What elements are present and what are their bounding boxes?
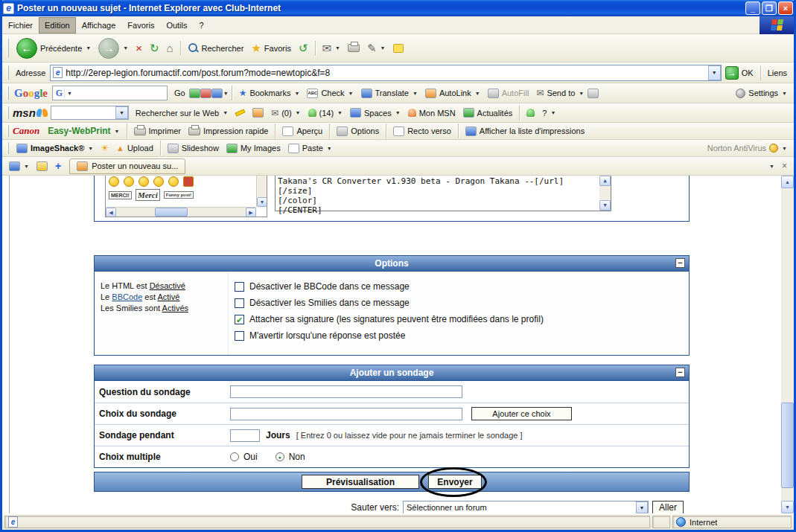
- smiley-merci-badge[interactable]: MERCI!: [109, 191, 132, 199]
- scroll-down-icon[interactable]: ▼: [599, 200, 611, 211]
- maximize-button[interactable]: ❐: [762, 1, 777, 15]
- toolbar-grip[interactable]: [7, 39, 9, 58]
- home-button[interactable]: ⌂: [162, 41, 176, 55]
- smiley-icon[interactable]: [183, 176, 194, 187]
- tab-list-dropdown[interactable]: ▼: [765, 162, 778, 170]
- window-list-button[interactable]: ▼: [5, 160, 33, 173]
- google-check-button[interactable]: ABC Check ▼: [303, 87, 357, 100]
- google-go-button[interactable]: Go: [171, 87, 189, 99]
- poll-duration-input[interactable]: [230, 429, 260, 442]
- menu-affichage[interactable]: Affichage: [76, 17, 122, 33]
- refresh-button[interactable]: ↻: [146, 41, 163, 55]
- minimize-button[interactable]: _: [745, 1, 760, 15]
- canon-quickprint-button[interactable]: Impression rapide: [185, 125, 272, 137]
- canon-print-button[interactable]: Imprimer: [130, 125, 185, 137]
- menu-fichier[interactable]: Fichier: [2, 17, 39, 33]
- norton-antivirus-button[interactable]: Norton AntiVirus ▼: [704, 142, 791, 154]
- smilies-horizontal-scrollbar[interactable]: ◀ ▶: [106, 207, 256, 217]
- msn-mail-button[interactable]: ✉ (0) ▼: [267, 107, 304, 119]
- msn-messenger-button[interactable]: (14) ▼: [305, 107, 347, 119]
- paperclip-icon[interactable]: [588, 89, 599, 98]
- menu-favoris[interactable]: Favoris: [121, 17, 160, 33]
- textarea-scrollbar[interactable]: ▲ ▼: [599, 176, 611, 211]
- google-sendto-button[interactable]: ✉ Send to ▼: [532, 87, 588, 99]
- disable-bbcode-option[interactable]: Désactiver le BBCode dans ce message: [235, 278, 683, 295]
- msn-formfill-button[interactable]: [249, 106, 267, 119]
- history-button[interactable]: ↺: [295, 41, 312, 55]
- open-folder-button[interactable]: [33, 160, 51, 173]
- msn-spaces-button[interactable]: Spaces ▼: [346, 106, 404, 119]
- msn-highlight-button[interactable]: [232, 109, 249, 116]
- forum-select[interactable]: Sélectionner un forum ▼: [403, 501, 649, 513]
- poll-question-input[interactable]: [230, 385, 462, 398]
- imageshack-myimages-button[interactable]: My Images: [223, 142, 284, 155]
- scroll-up-icon[interactable]: ▲: [599, 176, 611, 186]
- google-translate-button[interactable]: Translate ▼: [357, 87, 421, 100]
- canon-preview-button[interactable]: Aperçu: [278, 125, 326, 138]
- poll-choice-input[interactable]: [230, 408, 462, 420]
- new-tab-button[interactable]: +: [51, 158, 65, 173]
- msn-search-input[interactable]: ▼: [51, 106, 129, 120]
- scroll-up-icon[interactable]: ▲: [781, 176, 794, 188]
- msn-monmsn-button[interactable]: Mon MSN: [404, 107, 459, 119]
- mail-button[interactable]: ✉ ▼: [319, 41, 345, 55]
- scrollbar-thumb[interactable]: [781, 403, 794, 488]
- checkbox-checked[interactable]: ✔: [235, 315, 244, 324]
- google-pagerank-icon[interactable]: [211, 89, 223, 98]
- address-url[interactable]: http://2erep-legion.forumactif.com/post.…: [66, 68, 330, 78]
- tab-active[interactable]: Poster un nouveau su...: [69, 158, 185, 174]
- google-search-input[interactable]: G ▼: [52, 86, 168, 100]
- close-button[interactable]: ×: [778, 1, 793, 15]
- stop-button[interactable]: ×: [132, 41, 146, 55]
- google-search-site-icon[interactable]: [189, 89, 200, 98]
- smiley-icon[interactable]: [109, 176, 119, 187]
- imageshack-menu[interactable]: ImageShack® ▼: [13, 142, 97, 155]
- google-autolink-button[interactable]: AutoLink ▼: [421, 87, 484, 100]
- smiley-icon[interactable]: [124, 176, 134, 187]
- edit-dropdown-icon[interactable]: ▼: [381, 45, 386, 51]
- canon-duplex-button[interactable]: Recto verso: [389, 125, 455, 138]
- search-button[interactable]: Rechercher: [184, 41, 248, 55]
- scroll-right-icon[interactable]: ▶: [246, 208, 256, 217]
- select-dropdown-icon[interactable]: ▼: [636, 501, 648, 513]
- scroll-down-icon[interactable]: ▼: [257, 197, 267, 207]
- back-dropdown-icon[interactable]: ▼: [86, 45, 91, 51]
- scrollbar-thumb[interactable]: [155, 208, 188, 217]
- smiley-icon[interactable]: [138, 176, 149, 187]
- menu-aide[interactable]: ?: [194, 17, 210, 33]
- smiley-merci-script[interactable]: Merci: [136, 189, 160, 201]
- scroll-down-icon[interactable]: ▼: [781, 501, 794, 513]
- canon-printlist-button[interactable]: Afficher la liste d'impressions: [462, 125, 588, 138]
- attach-signature-option[interactable]: ✔ Attacher sa signature (les signatures …: [235, 311, 683, 327]
- toolbar-grip[interactable]: [7, 86, 9, 100]
- checkbox[interactable]: [235, 331, 244, 341]
- checkbox[interactable]: [235, 298, 244, 308]
- collapse-panel-button[interactable]: −: [675, 258, 685, 268]
- toolbar-grip[interactable]: [7, 142, 9, 153]
- disable-smilies-option[interactable]: Désactiver les Smilies dans ce message: [235, 295, 683, 311]
- go-button[interactable]: → OK: [722, 65, 757, 81]
- address-dropdown-icon[interactable]: ▼: [708, 65, 721, 80]
- checkbox[interactable]: [235, 282, 244, 292]
- smilies-vertical-scrollbar[interactable]: ▼: [256, 176, 267, 207]
- easywebprint-menu[interactable]: Easy-WebPrint ▼: [44, 124, 123, 138]
- forward-button[interactable]: → ▼: [95, 36, 132, 60]
- go-forum-button[interactable]: Aller: [652, 501, 684, 513]
- menu-edition[interactable]: Edition: [39, 17, 76, 33]
- back-button[interactable]: ← Précédente ▼: [13, 36, 95, 60]
- google-settings-button[interactable]: Settings ▼: [732, 87, 791, 100]
- mail-dropdown-icon[interactable]: ▼: [335, 45, 340, 51]
- smiley-funny-post[interactable]: Funny post!: [164, 191, 194, 199]
- message-textarea[interactable]: Takana's CR Converter v1.930 beta - Drag…: [275, 176, 611, 211]
- google-popup-blocker-icon[interactable]: [200, 89, 211, 98]
- toolbar-grip[interactable]: [7, 125, 9, 136]
- msn-contacts-button[interactable]: [523, 107, 538, 118]
- address-input[interactable]: e http://2erep-legion.forumactif.com/pos…: [50, 65, 721, 81]
- canon-options-button[interactable]: Options: [333, 125, 383, 138]
- smiley-icon[interactable]: [153, 176, 164, 187]
- radio-non-selected[interactable]: ●: [276, 452, 284, 461]
- msn-help-button[interactable]: ? ▼: [538, 107, 559, 119]
- bbcode-link[interactable]: BBCode: [112, 292, 142, 301]
- menu-outils[interactable]: Outils: [160, 17, 193, 33]
- msn-websearch-button[interactable]: Rechercher sur le Web ▼: [132, 107, 232, 119]
